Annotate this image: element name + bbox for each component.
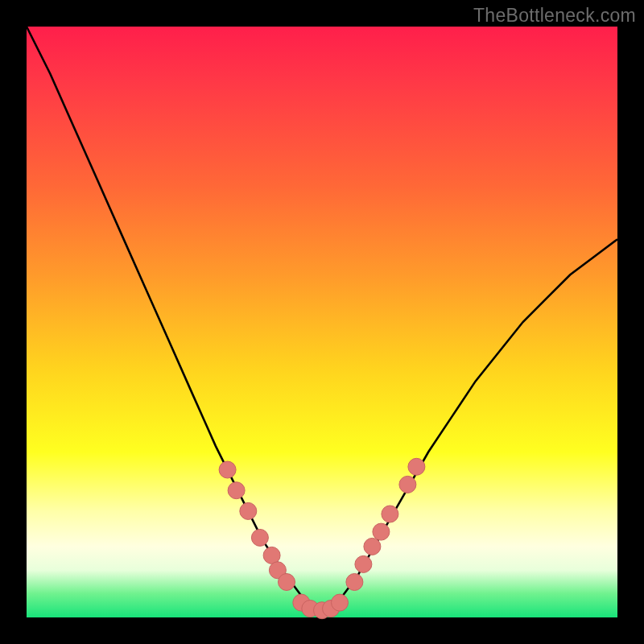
curve-dot bbox=[382, 506, 398, 522]
bottleneck-curve-svg bbox=[27, 27, 617, 617]
curve-dot bbox=[279, 574, 295, 591]
curve-dot bbox=[228, 482, 245, 499]
curve-dot bbox=[263, 547, 280, 564]
curve-dot bbox=[399, 476, 416, 493]
curve-dot bbox=[355, 555, 372, 572]
chart-plot-area bbox=[27, 27, 617, 617]
watermark-text: TheBottleneck.com bbox=[473, 5, 636, 27]
curve-dot bbox=[346, 574, 363, 591]
curve-dot bbox=[364, 538, 381, 555]
bottleneck-curve bbox=[27, 27, 617, 612]
curve-dot bbox=[408, 458, 425, 475]
curve-dots-group bbox=[219, 458, 425, 618]
curve-dot bbox=[219, 461, 236, 478]
chart-frame: TheBottleneck.com bbox=[0, 0, 644, 644]
curve-dot bbox=[373, 523, 390, 540]
curve-dot bbox=[251, 529, 268, 546]
curve-dot bbox=[240, 502, 257, 519]
curve-dot bbox=[332, 594, 349, 611]
